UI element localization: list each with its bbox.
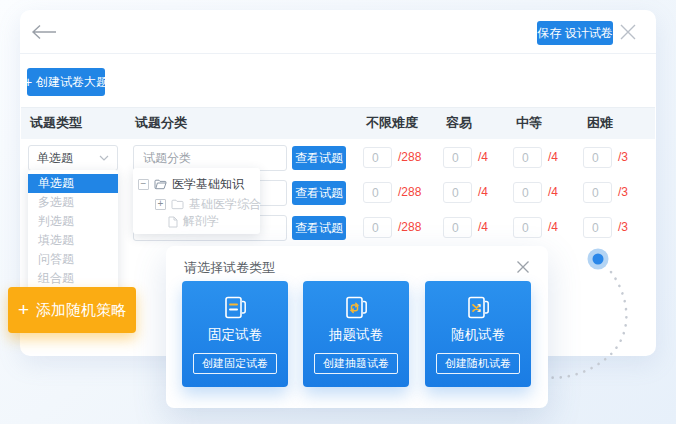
count-input[interactable] (583, 217, 612, 238)
count-input[interactable] (583, 182, 612, 203)
stat-hard: /3 (583, 147, 628, 168)
dropdown-option-fill-choice[interactable]: 填选题 (28, 231, 118, 250)
plus-icon: + (18, 300, 29, 319)
save-design-button[interactable]: 保存 设计试卷 (537, 21, 613, 45)
draw-paper-icon (340, 293, 372, 323)
limit-label: /288 (398, 217, 421, 238)
add-random-strategy-button[interactable]: + 添加随机策略 (8, 287, 136, 333)
count-input[interactable] (513, 217, 542, 238)
count-input[interactable] (363, 217, 392, 238)
tree-node-leaf[interactable]: 解剖学 (168, 213, 219, 230)
table-header-band (21, 107, 655, 139)
limit-label: /3 (618, 217, 628, 238)
folder-open-icon (154, 179, 167, 190)
count-input[interactable] (363, 182, 392, 203)
create-random-paper-button[interactable]: 创建随机试卷 (436, 353, 520, 374)
dropdown-option-single-choice[interactable]: 单选题 (28, 174, 118, 193)
tree-node-label: 基础医学综合 (189, 196, 261, 213)
close-x-icon (619, 23, 637, 41)
chevron-down-icon (99, 155, 109, 161)
tree-node-branch[interactable]: + 基础医学综合 (155, 196, 261, 213)
stat-easy: /4 (443, 182, 488, 203)
count-input[interactable] (513, 182, 542, 203)
dropdown-option-qa[interactable]: 问答题 (28, 250, 118, 269)
create-paper-section-button[interactable]: + 创建试卷大题 (27, 68, 105, 96)
fixed-paper-card[interactable]: 固定试卷 创建固定试卷 (182, 281, 288, 387)
tree-node-label: 解剖学 (183, 213, 219, 230)
limit-label: /4 (548, 182, 558, 203)
stat-any: /288 (363, 147, 421, 168)
selected-type: 单选题 (37, 150, 73, 167)
expand-icon[interactable]: + (155, 199, 166, 210)
create-draw-paper-button[interactable]: 创建抽题试卷 (314, 353, 398, 374)
modal-close-icon[interactable] (516, 260, 530, 274)
stat-medium: /4 (513, 182, 558, 203)
stat-hard: /3 (583, 182, 628, 203)
back-icon[interactable] (30, 23, 58, 41)
random-paper-icon (462, 293, 494, 323)
count-input[interactable] (443, 147, 472, 168)
stat-any: /288 (363, 217, 421, 238)
count-input[interactable] (583, 147, 612, 168)
count-input[interactable] (443, 217, 472, 238)
limit-label: /3 (618, 182, 628, 203)
file-icon (168, 216, 178, 228)
dropdown-option-multi-choice[interactable]: 多选题 (28, 193, 118, 212)
topbar-divider (20, 53, 656, 54)
count-input[interactable] (513, 147, 542, 168)
limit-label: /4 (548, 217, 558, 238)
collapse-icon[interactable]: − (138, 179, 149, 190)
random-paper-card[interactable]: 随机试卷 创建随机试卷 (425, 281, 531, 387)
limit-label: /4 (478, 217, 488, 238)
modal-title: 请选择试卷类型 (184, 259, 275, 277)
question-type-select[interactable]: 单选题 (28, 145, 118, 171)
close-icon[interactable] (619, 23, 637, 41)
stat-medium: /4 (513, 217, 558, 238)
close-x-icon (516, 260, 530, 274)
limit-label: /4 (478, 147, 488, 168)
plus-icon: + (24, 75, 32, 89)
draw-paper-card[interactable]: 抽题试卷 创建抽题试卷 (303, 281, 409, 387)
create-fixed-paper-button[interactable]: 创建固定试卷 (193, 353, 277, 374)
paper-card-label: 抽题试卷 (329, 326, 383, 344)
col-question-category: 试题分类 (135, 115, 187, 131)
stat-easy: /4 (443, 217, 488, 238)
stat-hard: /3 (583, 217, 628, 238)
limit-label: /288 (398, 147, 421, 168)
back-arrow-icon (30, 23, 58, 41)
tree-node-root[interactable]: − 医学基础知识 (138, 176, 244, 193)
stat-easy: /4 (443, 147, 488, 168)
paper-card-label: 随机试卷 (451, 326, 505, 344)
stat-medium: /4 (513, 147, 558, 168)
view-questions-button[interactable]: 查看试题 (292, 216, 346, 240)
limit-label: /4 (548, 147, 558, 168)
fixed-paper-icon (219, 293, 251, 323)
dropdown-option-combined[interactable]: 组合题 (28, 269, 118, 288)
limit-label: /4 (478, 182, 488, 203)
col-question-type: 试题类型 (30, 115, 82, 131)
paper-card-label: 固定试卷 (208, 326, 262, 344)
dropdown-option-judge-choice[interactable]: 判选题 (28, 212, 118, 231)
exam-paper-designer: 保存 设计试卷 + 创建试卷大题 试题类型 试题分类 不限难度 容易 中等 困难… (0, 0, 676, 424)
col-medium: 中等 (516, 115, 542, 131)
type-dropdown-panel: 单选题 多选题 判选题 填选题 问答题 组合题 (28, 170, 118, 292)
view-questions-button[interactable]: 查看试题 (292, 181, 346, 205)
tree-node-label: 医学基础知识 (172, 176, 244, 193)
paper-type-modal: 请选择试卷类型 固定试卷 创建固定试卷 抽题试卷 创 (166, 246, 548, 408)
count-input[interactable] (443, 182, 472, 203)
stat-any: /288 (363, 182, 421, 203)
add-random-strategy-label: 添加随机策略 (36, 301, 126, 320)
view-questions-button[interactable]: 查看试题 (292, 146, 346, 170)
col-hard: 困难 (587, 115, 613, 131)
col-any-difficulty: 不限难度 (366, 115, 418, 131)
col-easy: 容易 (446, 115, 472, 131)
limit-label: /288 (398, 182, 421, 203)
limit-label: /3 (618, 147, 628, 168)
count-input[interactable] (363, 147, 392, 168)
create-paper-section-label: 创建试卷大题 (36, 74, 108, 91)
folder-icon (171, 199, 184, 210)
